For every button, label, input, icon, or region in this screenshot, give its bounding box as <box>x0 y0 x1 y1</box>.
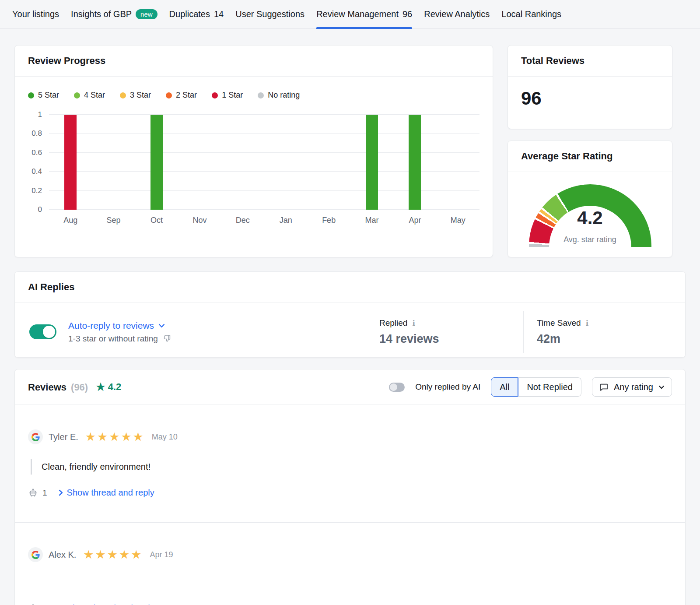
total-reviews-title: Total Reviews <box>508 46 672 77</box>
review-date: Apr 19 <box>150 550 173 559</box>
legend-dot <box>28 92 34 98</box>
reviews-title-text: Reviews <box>28 382 66 393</box>
legend-item-2-star[interactable]: 2 Star <box>166 91 197 100</box>
tab-review-management[interactable]: Review Management 96 <box>316 0 412 28</box>
average-star-rating-title: Average Star Rating <box>508 141 672 172</box>
review-item: Alex K. ★★★★★ Apr 19 1 Show thread and r… <box>15 522 685 605</box>
legend-label: 3 Star <box>130 91 151 100</box>
reviews-average-value: 4.2 <box>108 381 122 393</box>
gauge-caption: Avg. star rating <box>529 235 651 244</box>
legend-item-no-rating[interactable]: No rating <box>258 91 300 100</box>
replied-value: 14 reviews <box>379 332 523 346</box>
filter-not-replied-button[interactable]: Not Replied <box>518 377 581 397</box>
review-progress-title: Review Progress <box>15 46 493 77</box>
google-icon <box>32 551 40 559</box>
avatar <box>28 547 43 562</box>
show-thread-label: Show thread and reply <box>67 488 154 498</box>
chat-bubble-icon <box>599 383 609 392</box>
gauge-value: 4.2 <box>529 208 651 229</box>
average-rating-gauge: 4.2 Avg. star rating <box>529 184 651 247</box>
rating-filter-label: Any rating <box>614 382 653 392</box>
legend-item-4-star[interactable]: 4 Star <box>74 91 105 100</box>
chart-bar-oct <box>150 115 163 210</box>
chart-y-axis: 00.20.40.60.81 <box>21 115 49 210</box>
only-replied-by-ai-toggle[interactable] <box>389 383 405 392</box>
chart-bar-apr <box>409 115 421 210</box>
auto-reply-toggle[interactable] <box>29 324 56 339</box>
x-axis-label: Oct <box>135 216 178 225</box>
tab-label: Duplicates <box>169 9 210 19</box>
replied-stat: Replied i 14 reviews <box>366 311 523 353</box>
only-replied-by-ai-label: Only replied by AI <box>415 382 480 392</box>
tab-user-suggestions[interactable]: User Suggestions <box>235 0 304 28</box>
legend-label: 2 Star <box>176 91 197 100</box>
tab-label: Review Analytics <box>424 9 490 19</box>
robot-icon <box>28 488 38 498</box>
avatar <box>28 429 43 444</box>
toggle-knob <box>43 326 55 338</box>
ai-replies-title: AI Replies <box>15 272 685 303</box>
chart-x-axis: AugSepOctNovDecJanFebMarAprMay <box>49 216 480 225</box>
toggle-knob <box>390 383 397 391</box>
x-axis-label: Feb <box>307 216 350 225</box>
tab-review-analytics[interactable]: Review Analytics <box>424 0 490 28</box>
ai-reply-count: 1 <box>42 488 47 498</box>
x-axis-label: Jan <box>264 216 307 225</box>
review-item: Tyler E. ★★★★★ May 10 Clean, friendly en… <box>15 405 685 522</box>
time-saved-stat: Time Saved i 42m <box>523 311 681 353</box>
info-icon[interactable]: i <box>586 319 588 327</box>
legend-item-1-star[interactable]: 1 Star <box>212 91 243 100</box>
show-thread-link[interactable]: Show thread and reply <box>59 488 154 498</box>
legend-dot <box>258 92 264 98</box>
tab-count: 14 <box>214 9 224 19</box>
tab-local-rankings[interactable]: Local Rankings <box>501 0 561 28</box>
review-progress-chart: 00.20.40.60.81 AugSepOctNovDecJanFebMarA… <box>15 100 493 225</box>
review-stars: ★★★★★ <box>85 431 145 443</box>
time-saved-value: 42m <box>537 332 681 346</box>
x-axis-label: Aug <box>49 216 92 225</box>
show-thread-link[interactable]: Show thread and reply <box>59 603 154 605</box>
tab-label: Review Management <box>316 9 399 19</box>
star-icon: ★ <box>96 381 105 393</box>
top-tab-bar: Your listings Insights of GBP new Duplic… <box>0 0 700 29</box>
review-stars: ★★★★★ <box>83 549 143 561</box>
new-badge: new <box>136 9 158 19</box>
tab-label: Your listings <box>12 9 59 19</box>
chevron-down-icon <box>658 385 665 389</box>
replied-filter-segmented: All Not Replied <box>491 377 581 397</box>
reviews-card: Reviews (96) ★4.2 Only replied by AI All… <box>14 369 686 605</box>
auto-reply-condition: 1-3 star or without rating <box>68 334 158 344</box>
tab-your-listings[interactable]: Your listings <box>12 0 59 28</box>
chart-plot-area <box>49 115 480 210</box>
filter-all-button[interactable]: All <box>491 377 518 397</box>
review-date: May 10 <box>152 433 178 442</box>
tab-duplicates[interactable]: Duplicates 14 <box>169 0 224 28</box>
average-star-rating-card: Average Star Rating 4.2 Avg. star rating <box>508 141 672 257</box>
legend-label: 4 Star <box>84 91 105 100</box>
reviews-title: Reviews (96) ★4.2 <box>28 381 121 393</box>
legend-item-5-star[interactable]: 5 Star <box>28 91 59 100</box>
x-axis-label: Apr <box>393 216 436 225</box>
empty-review-text-spacer <box>28 562 672 590</box>
ai-replies-card: AI Replies Auto-reply to reviews 1-3 sta… <box>14 271 686 358</box>
chevron-down-icon <box>158 324 165 328</box>
x-axis-label: Nov <box>178 216 221 225</box>
review-text: Clean, friendly environment! <box>31 459 672 475</box>
info-icon[interactable]: i <box>412 319 415 327</box>
tab-label: User Suggestions <box>235 9 304 19</box>
reviews-average: ★4.2 <box>96 381 121 393</box>
tab-label: Local Rankings <box>501 9 561 19</box>
legend-item-3-star[interactable]: 3 Star <box>120 91 151 100</box>
review-progress-card: Review Progress 5 Star 4 Star 3 Star 2 S… <box>14 45 493 257</box>
legend-dot <box>120 92 126 98</box>
ai-reply-count: 1 <box>42 604 47 605</box>
tab-insights-of-gbp[interactable]: Insights of GBP new <box>71 0 158 28</box>
auto-reply-dropdown[interactable]: Auto-reply to reviews <box>68 320 172 331</box>
google-icon <box>32 433 40 441</box>
total-reviews-value: 96 <box>508 77 672 120</box>
replied-label: Replied <box>379 318 407 328</box>
tab-label: Insights of GBP <box>71 9 132 19</box>
chart-bar-mar <box>366 115 378 210</box>
rating-filter-dropdown[interactable]: Any rating <box>592 377 672 397</box>
chart-legend: 5 Star 4 Star 3 Star 2 Star 1 Star No ra… <box>15 77 493 100</box>
